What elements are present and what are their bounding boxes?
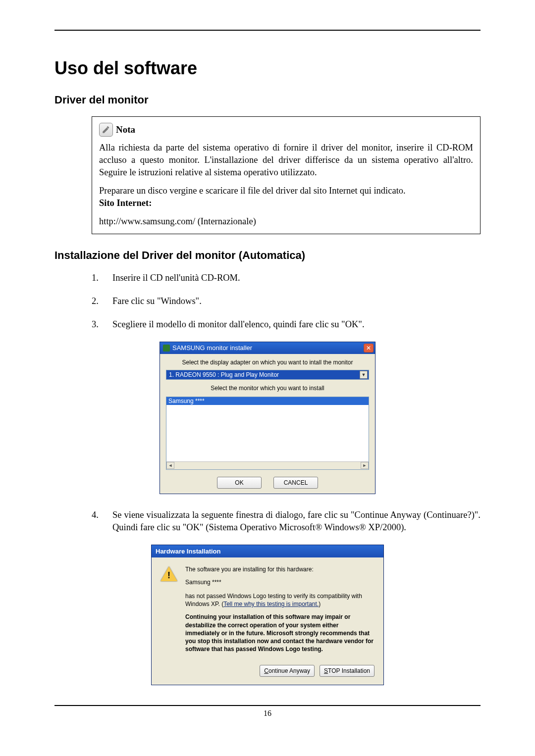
adapter-dropdown[interactable]: 1. RADEON 9550 : Plug and Play Monitor ▼ bbox=[166, 370, 369, 380]
dialog1-titlebar: SAMSUNG monitor installer ✕ bbox=[160, 342, 375, 354]
top-rule bbox=[54, 30, 481, 31]
dialog1-title: SAMSUNG monitor installer bbox=[172, 344, 252, 352]
monitor-label: Select the monitor which you want to ins… bbox=[166, 385, 369, 392]
samsung-installer-dialog: SAMSUNG monitor installer ✕ Select the d… bbox=[160, 342, 375, 494]
msg-hardware-name: Samsung **** bbox=[185, 578, 374, 586]
note-box: Nota Alla richiesta da parte del sistema… bbox=[92, 116, 481, 234]
adapter-dropdown-value: 1. RADEON 9550 : Plug and Play Monitor bbox=[169, 371, 279, 378]
monitor-list-item[interactable]: Samsung **** bbox=[166, 397, 369, 405]
continue-anyway-button[interactable]: Continue Anyway bbox=[260, 665, 315, 677]
step-3: 3.Scegliere il modello di monitor dall'e… bbox=[92, 318, 481, 331]
steps-list: 1.Inserire il CD nell'unità CD-ROM. 2.Fa… bbox=[92, 272, 481, 331]
monitor-listbox[interactable]: Samsung **** ◄ ► bbox=[166, 397, 369, 470]
page-title: Uso del software bbox=[54, 58, 481, 79]
tell-me-why-link[interactable]: Tell me why this testing is important. bbox=[223, 601, 319, 607]
section-installazione: Installazione del Driver del monitor (Au… bbox=[54, 249, 481, 262]
cancel-button[interactable]: CANCEL bbox=[273, 477, 318, 489]
ok-button[interactable]: OK bbox=[217, 477, 262, 489]
dialog2-title: Hardware Installation bbox=[152, 545, 383, 557]
chevron-down-icon: ▼ bbox=[360, 371, 368, 379]
msg-logo-testing: has not passed Windows Logo testing to v… bbox=[185, 592, 374, 608]
close-icon[interactable]: ✕ bbox=[364, 344, 374, 353]
note-url: http://www.samsung.com/ (Internazionale) bbox=[99, 215, 473, 228]
warning-icon: ! bbox=[160, 566, 177, 581]
hardware-installation-dialog: Hardware Installation ! The software you… bbox=[151, 545, 384, 686]
note-sito-internet-label: Sito Internet: bbox=[99, 198, 152, 208]
page-number: 16 bbox=[54, 706, 481, 738]
installer-app-icon bbox=[163, 345, 170, 352]
adapter-label: Select the display adapter on which you … bbox=[166, 359, 369, 366]
step-4: 4.Se viene visualizzata la seguente fine… bbox=[92, 509, 481, 534]
warning-message: The software you are installing for this… bbox=[185, 565, 374, 658]
note-icon bbox=[99, 123, 113, 137]
note-paragraph-1: Alla richiesta da parte del sistema oper… bbox=[99, 142, 473, 179]
msg-warning-bold: Continuing your installation of this sof… bbox=[185, 613, 374, 653]
msg-line1: The software you are installing for this… bbox=[185, 565, 374, 573]
stop-installation-button[interactable]: STOP Installation bbox=[320, 665, 374, 677]
note-paragraph-2: Preparare un disco vergine e scaricare i… bbox=[99, 185, 473, 209]
note-p2a: Preparare un disco vergine e scaricare i… bbox=[99, 186, 406, 196]
step-1: 1.Inserire il CD nell'unità CD-ROM. bbox=[92, 272, 481, 284]
step-2: 2.Fare clic su "Windows". bbox=[92, 295, 481, 307]
section-driver-del-monitor: Driver del monitor bbox=[54, 94, 481, 106]
scroll-left-icon[interactable]: ◄ bbox=[166, 462, 174, 469]
horizontal-scrollbar[interactable]: ◄ ► bbox=[166, 461, 369, 469]
scroll-right-icon[interactable]: ► bbox=[361, 462, 369, 469]
steps-list-2: 4.Se viene visualizzata la seguente fine… bbox=[92, 509, 481, 534]
note-label: Nota bbox=[116, 123, 135, 136]
